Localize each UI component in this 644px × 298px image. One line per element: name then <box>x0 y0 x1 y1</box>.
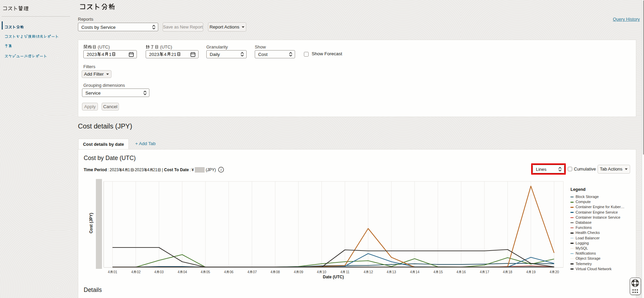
svg-text:i: i <box>221 167 222 172</box>
